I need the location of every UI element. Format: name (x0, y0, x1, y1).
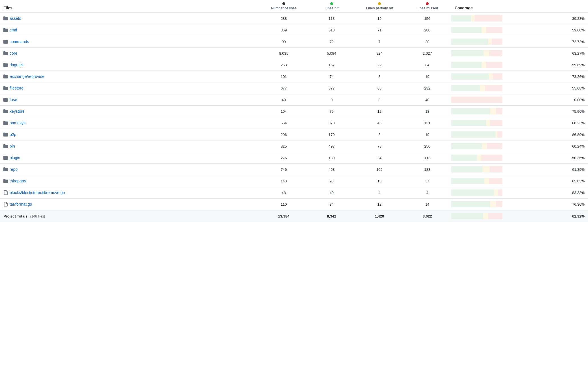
coverage-bar-wrapper (451, 96, 502, 104)
coverage-bar-cell (451, 199, 547, 210)
file-icon (3, 190, 8, 195)
table-row: blocks/blockstoreutil/remove.go 48 40 4 … (0, 187, 588, 199)
file-link[interactable]: tar/format.go (3, 202, 256, 206)
file-name-cell: p2p (0, 129, 260, 140)
partial-dot-icon (378, 2, 381, 5)
coverage-bar-wrapper (451, 131, 502, 139)
file-name-cell: thirdparty (0, 175, 260, 187)
file-link[interactable]: commands (3, 39, 256, 44)
pct-cell: 39.23% (547, 13, 588, 24)
footer-pct-cell: 62.32% (547, 210, 588, 222)
lines-hit-column-header: Lines hit (308, 0, 355, 13)
file-name-label: assets (10, 16, 21, 21)
table-row: assets 288 113 19 156 39.23% (0, 13, 588, 24)
hit-lines-cell: 179 (308, 129, 355, 140)
table-row: thirdparty 143 93 13 37 65.03% (0, 175, 588, 187)
file-link[interactable]: dagutils (3, 63, 256, 67)
missed-dot-icon (426, 2, 429, 5)
pct-cell: 59.69% (547, 59, 588, 71)
file-name-cell: namesys (0, 117, 260, 129)
hit-lines-cell: 72 (308, 36, 355, 48)
file-name-cell: repo (0, 164, 260, 175)
folder-icon (3, 16, 8, 21)
folder-icon (3, 167, 8, 172)
file-name-label: filestore (10, 86, 23, 90)
file-link[interactable]: assets (3, 16, 256, 21)
coverage-bar-cell (451, 24, 547, 36)
file-link[interactable]: exchange/reprovide (3, 74, 256, 79)
partial-lines-cell: 924 (355, 48, 403, 59)
file-link[interactable]: thirdparty (3, 179, 256, 183)
partial-lines-cell: 78 (355, 140, 403, 152)
partial-lines-cell: 68 (355, 82, 403, 94)
file-name-label: dagutils (10, 63, 23, 67)
coverage-bar-cell (451, 59, 547, 71)
coverage-bar-cell (451, 13, 547, 24)
file-link[interactable]: plugin (3, 155, 256, 160)
coverage-bar-cell (451, 164, 547, 175)
missed-lines-cell: 84 (404, 59, 451, 71)
pct-cell: 60.24% (547, 140, 588, 152)
file-icon (3, 202, 8, 206)
coverage-bar-wrapper (451, 49, 502, 57)
file-name-cell: keystore (0, 106, 260, 117)
missed-lines-cell: 40 (404, 94, 451, 106)
file-name-cell: exchange/reprovide (0, 71, 260, 82)
file-name-label: pin (10, 144, 15, 148)
hit-lines-cell: 93 (308, 175, 355, 187)
folder-icon (3, 86, 8, 90)
folder-icon (3, 109, 8, 114)
file-link[interactable]: cmd (3, 28, 256, 32)
lines-icon (282, 2, 285, 5)
coverage-bar-wrapper (451, 73, 502, 80)
file-name-label: p2p (10, 132, 16, 137)
coverage-bar-wrapper (451, 200, 502, 208)
missed-lines-cell: 19 (404, 71, 451, 82)
file-name-cell: fuse (0, 94, 260, 106)
coverage-table: Files Number of lines Lines hit (0, 0, 588, 222)
pct-cell: 63.27% (547, 48, 588, 59)
file-link[interactable]: namesys (3, 121, 256, 125)
file-name-cell: filestore (0, 82, 260, 94)
file-name-label: keystore (10, 109, 25, 114)
partial-lines-cell: 8 (355, 129, 403, 140)
total-lines-cell: 276 (260, 152, 308, 164)
footer-coverage-bar (451, 212, 502, 220)
missed-lines-cell: 232 (404, 82, 451, 94)
coverage-bar-cell (451, 94, 547, 106)
lines-partial-column-header: Lines partialy hit (355, 0, 403, 13)
pct-cell: 61.39% (547, 164, 588, 175)
file-link[interactable]: blocks/blockstoreutil/remove.go (3, 190, 256, 195)
coverage-bar-wrapper (451, 38, 502, 46)
lines-missed-column-header: Lines missed (404, 0, 451, 13)
file-link[interactable]: fuse (3, 97, 256, 102)
file-name-label: cmd (10, 28, 17, 32)
missed-lines-cell: 4 (404, 187, 451, 199)
total-lines-cell: 206 (260, 129, 308, 140)
table-row: namesys 554 378 45 131 68.23% (0, 117, 588, 129)
pct-column-header (547, 0, 588, 13)
pct-cell: 75.96% (547, 106, 588, 117)
folder-icon (3, 155, 8, 160)
file-link[interactable]: pin (3, 144, 256, 148)
file-name-label: commands (10, 39, 29, 44)
table-row: commands 99 72 7 20 72.72% (0, 36, 588, 48)
coverage-bar-wrapper (451, 154, 502, 162)
total-lines-cell: 99 (260, 36, 308, 48)
hit-lines-cell: 84 (308, 199, 355, 210)
missed-lines-cell: 131 (404, 117, 451, 129)
table-row: keystore 104 79 12 13 75.96% (0, 106, 588, 117)
file-link[interactable]: p2p (3, 132, 256, 137)
coverage-bar-wrapper (451, 165, 502, 173)
coverage-bar-cell (451, 140, 547, 152)
files-column-header: Files (0, 0, 260, 13)
missed-lines-cell: 183 (404, 164, 451, 175)
file-link[interactable]: core (3, 51, 256, 56)
file-link[interactable]: keystore (3, 109, 256, 114)
footer-missed-cell: 3,622 (404, 210, 451, 222)
partial-lines-cell: 22 (355, 59, 403, 71)
partial-lines-cell: 105 (355, 164, 403, 175)
file-link[interactable]: filestore (3, 86, 256, 90)
missed-lines-cell: 250 (404, 140, 451, 152)
file-link[interactable]: repo (3, 167, 256, 172)
